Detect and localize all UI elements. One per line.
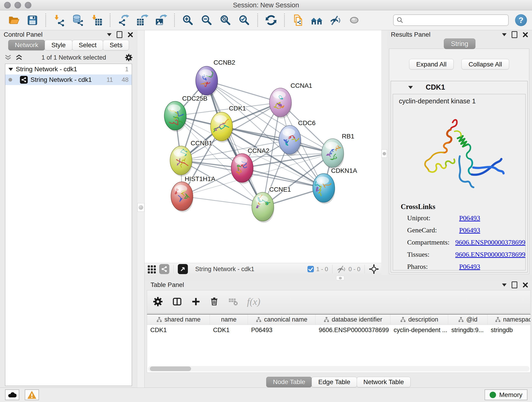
crosslink-value-link[interactable]: P06493 (459, 263, 480, 270)
tab-edge-table[interactable]: Edge Table (312, 377, 357, 387)
tab-style[interactable]: Style (45, 40, 72, 51)
birdseye-view-icon[interactable] (147, 264, 157, 274)
horizontal-splitter[interactable] (145, 275, 532, 281)
network-node-CCNA1[interactable] (269, 88, 292, 119)
collapse-panel-icon[interactable] (502, 33, 507, 36)
vertical-splitter[interactable] (137, 30, 145, 388)
network-row[interactable]: String Network - cdk1 11 48 (5, 75, 132, 85)
right-splitter[interactable] (381, 30, 387, 275)
zoom-selected-icon[interactable] (238, 14, 250, 26)
network-collection-row[interactable]: String Network - cdk1 1 (5, 64, 132, 75)
network-view-canvas[interactable]: CCNB2CCNA1CDC25BCDK1CDC6RB1CCNB1CCNA2CDK… (145, 30, 381, 263)
network-status-dot (8, 78, 12, 82)
attribute-type-icon (256, 317, 262, 322)
splitter-handle[interactable] (381, 149, 387, 158)
column-header-namespace[interactable]: namespace (488, 314, 531, 325)
section-expand-icon[interactable] (408, 86, 413, 89)
export-image-icon[interactable] (155, 14, 167, 26)
network-node-CDKN1A[interactable] (313, 173, 335, 204)
clone-network-icon[interactable] (292, 14, 304, 26)
zoom-in-icon[interactable] (182, 14, 194, 26)
table-options-gear-icon[interactable] (152, 296, 163, 307)
column-header-database-identifier[interactable]: database identifier (316, 314, 390, 325)
crosslink-value-link[interactable]: 9606.ENSP00000378699 (455, 250, 525, 258)
tab-node-table[interactable]: Node Table (266, 377, 312, 387)
tree-expand-icon[interactable] (8, 68, 13, 71)
memory-button[interactable]: Memory (485, 389, 527, 400)
network-node-HIST1H1A[interactable] (171, 182, 193, 212)
network-edge-CCNE1-HIST1H1A[interactable] (182, 196, 263, 207)
float-panel-icon[interactable] (117, 31, 122, 38)
network-node-CCNB2[interactable] (196, 66, 218, 97)
network-node-CCNE1[interactable] (252, 192, 274, 223)
show-columns-icon[interactable] (172, 296, 182, 307)
table-row[interactable]: CDK1CDK1P064939606.ENSP00000378699cyclin… (147, 325, 530, 336)
network-node-RB1[interactable] (322, 139, 344, 169)
close-panel-icon[interactable] (522, 282, 528, 288)
splitter-handle[interactable] (336, 276, 344, 280)
save-session-icon[interactable] (26, 14, 38, 26)
crosslink-value-link[interactable]: P06493 (459, 226, 480, 234)
export-table-icon[interactable] (136, 14, 148, 26)
cloud-services-button[interactable] (5, 389, 19, 400)
zoom-out-icon[interactable] (201, 14, 213, 26)
tab-network[interactable]: Network (8, 40, 45, 51)
network-node-CCNB1[interactable] (170, 146, 192, 177)
close-panel-icon[interactable] (522, 32, 528, 38)
add-column-icon[interactable] (191, 297, 201, 306)
network-node-CDC6[interactable] (279, 125, 301, 156)
network-node-CDK1[interactable] (210, 112, 233, 143)
show-all-icon[interactable] (348, 14, 360, 26)
search-input[interactable] (406, 15, 505, 25)
import-table-file-icon[interactable] (90, 14, 103, 26)
collapse-panel-icon[interactable] (502, 283, 507, 287)
crosshair-icon[interactable] (369, 264, 379, 274)
expand-all-icon[interactable] (15, 54, 23, 61)
splitter-handle[interactable] (138, 203, 144, 212)
column-header--id[interactable]: @id (448, 314, 488, 325)
node-result-header[interactable]: CDK1 (391, 81, 527, 94)
column-header-name[interactable]: name (210, 314, 248, 325)
delete-column-icon[interactable] (209, 297, 219, 306)
collapse-panel-icon[interactable] (107, 33, 112, 36)
help-button[interactable]: ? (515, 14, 527, 26)
collapse-all-icon[interactable] (4, 54, 12, 61)
column-header-shared-name[interactable]: shared name (147, 314, 210, 325)
crosslink-value-link[interactable]: P06493 (459, 214, 480, 222)
expand-all-button[interactable]: Expand All (409, 59, 454, 70)
network-options-gear-icon[interactable] (125, 53, 133, 62)
hide-selected-icon[interactable] (329, 14, 342, 26)
column-label: @id (466, 316, 477, 323)
network-overview-icon[interactable] (159, 264, 169, 274)
collapse-all-button[interactable]: Collapse All (462, 59, 509, 70)
tab-select[interactable]: Select (72, 40, 103, 51)
import-network-file-icon[interactable] (53, 14, 65, 26)
hidden-eye-icon[interactable] (336, 264, 346, 274)
tab-string[interactable]: String (444, 38, 475, 49)
node-result-content: cyclin-dependent kinase 1 (393, 94, 526, 270)
crosslink-value-link[interactable]: 9606.ENSP00000378699 (455, 238, 525, 246)
refresh-icon[interactable] (265, 14, 277, 26)
import-network-database-icon[interactable] (72, 14, 84, 26)
column-header-description[interactable]: description (390, 314, 448, 325)
tab-sets[interactable]: Sets (103, 40, 129, 51)
network-node-CCNA2[interactable] (231, 153, 254, 184)
export-network-icon[interactable] (117, 14, 130, 26)
warnings-button[interactable] (25, 389, 39, 400)
results-panel-title: Results Panel (391, 31, 431, 38)
float-panel-icon[interactable] (512, 281, 517, 288)
network-graph[interactable]: CCNB2CCNA1CDC25BCDK1CDC6RB1CCNB1CCNA2CDK… (145, 30, 381, 263)
tab-network-table[interactable]: Network Table (357, 377, 411, 387)
column-header-canonical-name[interactable]: canonical name (248, 314, 316, 325)
open-session-icon[interactable] (7, 14, 20, 26)
network-edge-CCNB2-CCNE1[interactable] (207, 81, 263, 207)
scrollbar-thumb[interactable] (150, 366, 191, 371)
selected-nodes-checkbox[interactable] (307, 266, 314, 272)
home-layout-icon[interactable] (310, 14, 323, 26)
float-panel-icon[interactable] (512, 31, 517, 38)
zoom-fit-icon[interactable] (219, 14, 232, 26)
table-horizontal-scrollbar[interactable] (148, 366, 530, 371)
detach-view-icon[interactable] (178, 264, 188, 274)
network-node-CDC25B[interactable] (164, 101, 187, 132)
close-panel-icon[interactable] (127, 32, 133, 38)
